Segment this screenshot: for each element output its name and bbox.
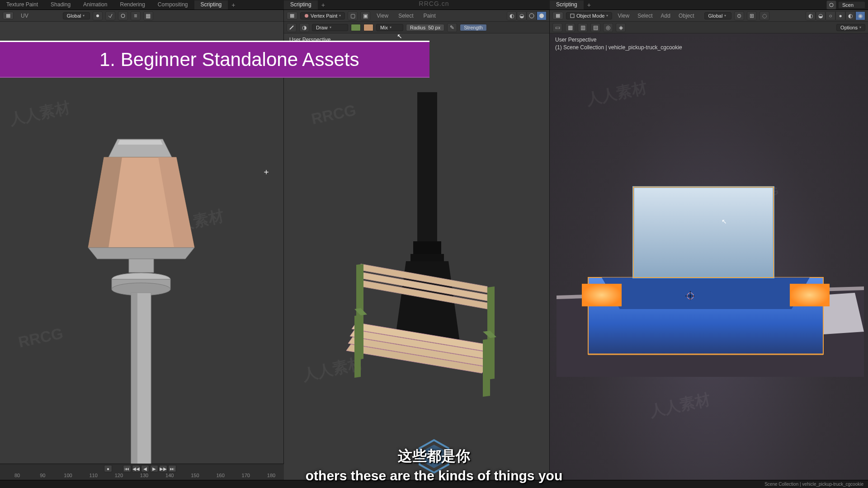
shading-solid-r-icon[interactable]: ● [835, 11, 845, 20]
gizmo-1-icon[interactable]: ▦ [565, 23, 575, 32]
scene-dropdown-icon[interactable] [826, 0, 836, 9]
shading-wire-icon[interactable] [527, 11, 537, 20]
menu-add-right[interactable]: Add [658, 12, 673, 19]
timeline-area: ● ⏮ ◀◀ ◀ ▶ ▶▶ ⏭ 80 90 100 110 120 130 14… [0, 464, 284, 480]
svg-point-0 [830, 3, 833, 7]
mode-select-mid[interactable]: Vertex Paint ▾ [300, 12, 345, 19]
svg-point-2 [121, 14, 125, 18]
next-key-icon[interactable]: ▶▶ [159, 465, 167, 472]
lesson-title-text: 1. Beginner Standalone Assets [99, 49, 359, 70]
radius-input[interactable]: Radius 50 px [406, 24, 444, 31]
toggle-b-icon[interactable]: ▣ [360, 11, 370, 20]
menu-view-mid[interactable]: View [373, 12, 392, 19]
jump-end-icon[interactable]: ⏭ [168, 465, 176, 472]
gizmo-5-icon[interactable]: ◈ [616, 23, 626, 32]
play-icon[interactable]: ▶ [150, 465, 158, 472]
jump-start-icon[interactable]: ⏮ [123, 465, 131, 472]
strength-input[interactable]: Strength [460, 24, 487, 31]
menu-view-right[interactable]: View [615, 12, 632, 19]
lesson-title-banner: 1. Beginner Standalone Assets [0, 41, 429, 78]
blend-select[interactable]: Mix▾ [376, 24, 403, 31]
tool-select-icon[interactable]: ▭ [552, 23, 562, 32]
strength-label: Strength [464, 25, 483, 30]
menu-uv[interactable]: UV [16, 12, 33, 19]
color-primary[interactable] [351, 24, 361, 31]
tab-shading[interactable]: Shading [44, 0, 77, 9]
timeline[interactable]: ● ⏮ ◀◀ ◀ ▶ ▶▶ ⏭ 80 90 100 110 120 130 14… [0, 464, 284, 480]
tab-texture-paint[interactable]: Texture Paint [0, 0, 44, 9]
radius-label: Radius [410, 25, 425, 30]
panel-mid-header: ▦ Vertex Paint ▾ ▢ ▣ View Select Paint ◐… [284, 10, 549, 22]
orientation-label-left: Global [67, 13, 81, 19]
tool-b-icon[interactable]: ▦ [143, 11, 153, 20]
viewport-right[interactable]: User Perspective (1) Scene Collection | … [550, 33, 868, 480]
tab-add-mid[interactable]: + [318, 0, 329, 9]
mode-label-mid: Vertex Paint [311, 13, 337, 19]
tab-scripting-mid[interactable]: Scripting [284, 0, 318, 9]
snap-icon[interactable] [105, 11, 115, 20]
gizmo-3-icon[interactable]: ▤ [590, 23, 600, 32]
truck-model [557, 142, 864, 395]
playback-controls: ● ⏮ ◀◀ ◀ ▶ ▶▶ ⏭ [104, 465, 176, 472]
scene-selector[interactable]: Scen [838, 1, 865, 9]
tab-scripting-right[interactable]: Scripting [550, 0, 584, 9]
play-rev-icon[interactable]: ◀ [141, 465, 149, 472]
menu-paint-mid[interactable]: Paint [420, 12, 439, 19]
orientation-select-right[interactable]: Global▾ [704, 12, 731, 19]
svg-rect-35 [571, 14, 574, 18]
status-bar: Scene Collection | vehicle_pickup-truck_… [0, 480, 868, 488]
pressure-radius-icon[interactable]: ✎ [447, 23, 457, 32]
editor-type-right[interactable]: ▦ [552, 12, 563, 19]
panels-container: ▦ UV Global▾ ≡ ▦ 人人素材 人人素材 RRCG [0, 10, 868, 480]
auto-key-icon[interactable]: ● [104, 465, 112, 472]
shading-wire-r-icon[interactable]: ○ [826, 11, 835, 20]
gizmo-4-icon[interactable]: ◎ [603, 23, 613, 32]
bench-model [334, 92, 524, 418]
snap-right-icon[interactable]: ⊞ [747, 11, 757, 20]
prev-key-icon[interactable]: ◀◀ [132, 465, 140, 472]
tool-a-icon[interactable]: ≡ [131, 11, 141, 20]
shading-solid-icon[interactable] [537, 11, 547, 20]
overlay-r-icon[interactable]: ◐ [806, 11, 816, 20]
pivot-right-icon[interactable]: ⊙ [734, 11, 744, 20]
shading-matprev-r-icon[interactable]: ◐ [845, 11, 855, 20]
proportional-left-icon[interactable] [118, 11, 128, 20]
tab-animation[interactable]: Animation [77, 0, 113, 9]
tab-scripting-left[interactable]: Scripting [194, 0, 228, 9]
viewport-left[interactable]: 人人素材 人人素材 RRCG [0, 22, 283, 480]
tick: 180 [259, 473, 284, 480]
menu-select-mid[interactable]: Select [395, 12, 417, 19]
editor-type-left[interactable]: ▦ [3, 12, 14, 19]
overlay-icon[interactable]: ◐ [507, 11, 517, 20]
color-secondary[interactable] [363, 24, 373, 31]
orientation-select-left[interactable]: Global▾ [63, 12, 90, 19]
shading-rendered-r-icon[interactable]: ◉ [855, 11, 865, 20]
menu-select-right[interactable]: Select [635, 12, 655, 19]
proportional-icon[interactable]: ◌ [760, 11, 769, 20]
viewport-mid[interactable]: User Perspective (1) bench_cgcookie ↖ RR… [284, 33, 549, 480]
brush-icon[interactable] [287, 23, 297, 32]
tab-rendering[interactable]: Rendering [113, 0, 151, 9]
statusbar-collection: Scene Collection | vehicle_pickup-truck_… [764, 482, 863, 487]
svg-text:R: R [431, 453, 437, 462]
gizmo-2-icon[interactable]: ▥ [578, 23, 588, 32]
options-dropdown[interactable]: Options▾ [836, 24, 865, 31]
tab-add-left[interactable]: + [228, 0, 239, 9]
editor-type-mid[interactable]: ▦ [287, 12, 297, 19]
overlay2-icon[interactable]: ◒ [517, 11, 527, 20]
toggle-a-icon[interactable]: ▢ [348, 11, 358, 20]
lamp-model [18, 112, 222, 480]
tab-add-right[interactable]: + [584, 0, 594, 9]
tick: 140 [157, 473, 182, 480]
svg-rect-14 [131, 293, 137, 480]
mode-select-right[interactable]: Object Mode ▾ [566, 12, 612, 19]
vertex-paint-icon [304, 14, 309, 18]
brush-select[interactable]: Draw▾ [312, 24, 348, 31]
svg-rect-43 [582, 284, 622, 306]
menu-object-right[interactable]: Object [676, 12, 697, 19]
pivot-icon[interactable] [93, 11, 103, 20]
tab-compositing[interactable]: Compositing [151, 0, 194, 9]
texture-icon[interactable]: ◑ [299, 23, 309, 32]
svg-marker-30 [354, 315, 361, 378]
overlay-r2-icon[interactable]: ◒ [816, 11, 826, 20]
